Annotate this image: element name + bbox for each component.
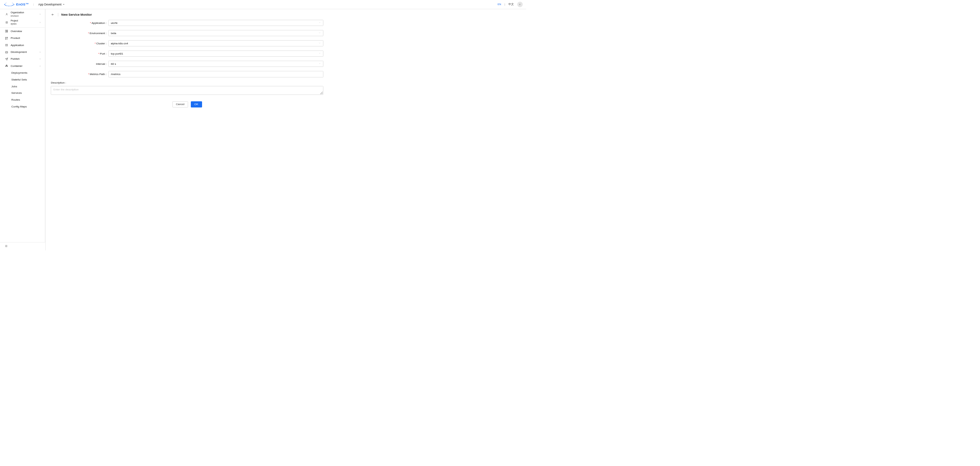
lang-separator: | [504, 3, 505, 6]
sidebar-item-label: Organization envision [11, 11, 37, 17]
svg-point-3 [8, 6, 9, 6]
avatar-letter: e [519, 3, 521, 5]
sidebar-item-label: Project apaas [11, 19, 37, 25]
lang-zh[interactable]: 中文 [508, 3, 514, 6]
layout: Organization envision Project [0, 9, 526, 251]
chevron-up-icon [39, 64, 41, 67]
chevron-down-icon [318, 42, 321, 45]
development-icon [5, 51, 8, 54]
main-content: New Service Monitor *Application : uicrf… [46, 9, 526, 251]
sidebar-item-container[interactable]: Container [0, 62, 45, 69]
org-label: Organization [11, 11, 24, 14]
label-cluster: *Cluster : [51, 42, 108, 45]
svg-point-0 [4, 5, 5, 5]
page-title: New Service Monitor [61, 13, 92, 16]
svg-point-22 [5, 46, 6, 46]
svg-point-6 [12, 5, 13, 6]
svg-point-21 [7, 44, 8, 45]
sidebar: Organization envision Project [0, 9, 46, 251]
svg-point-10 [12, 3, 12, 3]
avatar[interactable]: e [517, 2, 523, 7]
form-row-metrics-path: *Metrics Path : [51, 71, 323, 77]
svg-point-12 [6, 13, 7, 14]
sidebar-item-label: Container [11, 64, 37, 68]
chevron-down-icon [39, 57, 41, 61]
header-divider: | [33, 3, 34, 6]
required-asterisk: * [90, 21, 91, 25]
svg-rect-19 [5, 38, 6, 39]
select-environment[interactable]: beta [108, 30, 323, 36]
cancel-button[interactable]: Cancel [172, 101, 188, 107]
sidebar-item-label: Publish [11, 57, 37, 61]
sidebar-item-stateful-sets[interactable]: Stateful Sets [0, 77, 45, 83]
input-metrics-path[interactable] [108, 71, 323, 77]
sidebar-item-development[interactable]: Development [0, 49, 45, 56]
select-cluster[interactable]: alpha-k8s-cn4 [108, 40, 323, 46]
project-label: Project [11, 19, 18, 22]
svg-rect-26 [5, 66, 6, 67]
label-metrics-path: *Metrics Path : [51, 73, 108, 76]
arrow-left-icon [51, 13, 54, 16]
application-icon [5, 44, 8, 47]
required-asterisk: * [95, 42, 96, 45]
control-application: uicrfe [108, 20, 323, 26]
svg-point-9 [6, 3, 6, 3]
chevron-down-icon [318, 62, 321, 65]
chevron-right-icon [39, 21, 41, 24]
overview-icon [5, 30, 8, 33]
sidebar-item-publish[interactable]: Publish [0, 56, 45, 62]
sidebar-item-label: Overview [11, 30, 41, 33]
container-icon [5, 64, 8, 67]
logo[interactable]: EnOS™ [4, 2, 29, 6]
sidebar-item-label: Product [11, 37, 41, 40]
select-port[interactable]: tcp-port01 [108, 51, 323, 57]
chevron-down-icon [39, 51, 41, 54]
svg-point-4 [10, 6, 10, 6]
sidebar-item-project[interactable]: Project apaas [0, 18, 45, 27]
textarea-description[interactable] [51, 86, 323, 95]
publish-icon [5, 57, 8, 61]
select-value: beta [111, 32, 116, 35]
logo-icon [4, 2, 15, 6]
org-value: envision [11, 15, 37, 18]
app-switcher[interactable]: App Development [38, 3, 64, 6]
sidebar-item-config-maps[interactable]: Config Maps [0, 103, 45, 110]
sidebar-item-overview[interactable]: Overview [0, 28, 45, 35]
product-icon [5, 37, 8, 40]
sidebar-item-deployments[interactable]: Deployments [0, 70, 45, 77]
select-value: alpha-k8s-cn4 [111, 42, 128, 45]
select-value: uicrfe [111, 21, 118, 25]
svg-point-23 [7, 46, 8, 46]
label-environment: *Environment : [51, 32, 108, 35]
back-button[interactable] [51, 13, 54, 17]
svg-point-5 [11, 5, 11, 6]
select-value: 60 s [111, 62, 116, 65]
svg-point-7 [13, 5, 14, 5]
sidebar-item-services[interactable]: Services [0, 90, 45, 97]
header-right: EN | 中文 e [498, 2, 522, 7]
project-value: apaas [11, 22, 37, 25]
required-asterisk: * [88, 32, 89, 35]
form-row-port: *Port : tcp-port01 [51, 51, 323, 57]
sidebar-item-jobs[interactable]: Jobs [0, 83, 45, 90]
select-interval[interactable]: 60 s [108, 61, 323, 67]
sidebar-item-product[interactable]: Product [0, 35, 45, 41]
svg-point-1 [5, 5, 6, 6]
ok-button[interactable]: OK [191, 101, 202, 107]
form-row-interval: Interval : 60 s [51, 61, 323, 67]
required-asterisk: * [99, 52, 100, 55]
app-switcher-label: App Development [38, 3, 61, 6]
collapse-sidebar-icon[interactable] [5, 244, 8, 248]
sidebar-footer [0, 242, 45, 251]
sidebar-item-application[interactable]: Application [0, 41, 45, 48]
select-application[interactable]: uicrfe [108, 20, 323, 26]
form: *Application : uicrfe *Environment : [46, 20, 328, 107]
chevron-right-icon [39, 13, 41, 15]
svg-rect-17 [5, 37, 6, 38]
sidebar-item-routes[interactable]: Routes [0, 97, 45, 104]
required-asterisk: * [88, 73, 89, 76]
lang-en[interactable]: EN [498, 3, 501, 6]
select-value: tcp-port01 [111, 52, 123, 55]
sidebar-item-organization[interactable]: Organization envision [0, 10, 45, 18]
sidebar-scroll[interactable]: Organization envision Project [0, 9, 45, 242]
